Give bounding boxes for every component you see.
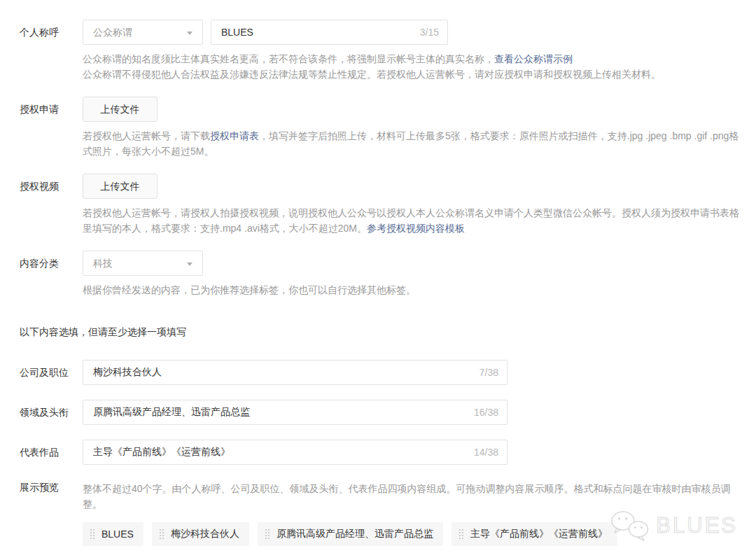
drag-handle-icon[interactable] (90, 529, 95, 540)
wechat-logo-icon (608, 510, 652, 542)
view-title-examples-link[interactable]: 查看公众称谓示例 (494, 53, 573, 64)
public-title-char-counter: 3/15 (420, 20, 439, 45)
drag-handle-icon[interactable] (265, 529, 270, 540)
content-category-select-value: 科技 (93, 258, 113, 269)
company-input[interactable] (83, 360, 507, 385)
company-char-counter: 7/38 (479, 360, 498, 385)
preview-tag[interactable]: 主导《产品前线》《运营前线》 (451, 522, 617, 546)
personal-title-help: 公众称谓的知名度须比主体真实姓名更高，若不符合该条件，将强制显示帐号主体的真实名… (83, 51, 741, 82)
preview-tag[interactable]: 原腾讯高级产品经理、迅雷产品总监 (258, 522, 443, 546)
public-title-input-wrap: 3/15 (211, 20, 448, 45)
row-auth-video: 授权视频 上传文件 若授权他人运营帐号，请授权人拍摄授权视频，说明授权他人公众号… (20, 174, 756, 236)
account-settings-form: 个人称呼 公众称谓 3/15 公众称谓的知名度须比主体真实姓名更高，若不符合该条… (0, 0, 756, 553)
auth-application-label: 授权申请 (20, 97, 83, 122)
row-auth-application: 授权申请 上传文件 若授权他人运营帐号，请下载授权申请表，填写并签字后拍照上传，… (20, 97, 756, 159)
row-content-category: 内容分类 科技 根据你曾经发送的内容，已为你推荐选择标签，你也可以自行选择其他标… (20, 251, 756, 298)
company-input-wrap: 7/38 (83, 360, 507, 385)
help-text: 若授权他人运营帐号，请下载 (83, 130, 210, 141)
auth-application-form-link[interactable]: 授权申请表 (210, 130, 259, 141)
public-title-select-value: 公众称谓 (93, 27, 132, 38)
drag-handle-icon[interactable] (159, 529, 164, 540)
personal-title-help-line1: 公众称谓的知名度须比主体真实姓名更高，若不符合该条件，将强制显示帐号主体的真实名… (83, 51, 741, 66)
personal-title-label: 个人称呼 (20, 20, 83, 45)
preview-tag-label: 梅沙科技合伙人 (171, 528, 239, 540)
content-category-help: 根据你曾经发送的内容，已为你推荐选择标签，你也可以自行选择其他标签。 (83, 282, 741, 298)
blues-watermark: BLUES (608, 510, 738, 542)
row-title-field: 领域及头衔 16/38 (20, 400, 756, 425)
company-label: 公司及职位 (20, 360, 83, 385)
content-category-label: 内容分类 (20, 251, 83, 276)
title-field-char-counter: 16/38 (474, 400, 498, 425)
preview-tag[interactable]: 梅沙科技合伙人 (152, 522, 249, 546)
help-text: 公众称谓的知名度须比主体真实姓名更高，若不符合该条件，将强制显示帐号主体的真实名… (83, 53, 494, 64)
title-field-input[interactable] (83, 400, 507, 425)
auth-video-template-link[interactable]: 参考授权视频内容模板 (367, 223, 465, 234)
title-field-label: 领域及头衔 (20, 400, 83, 425)
optional-section-note: 以下内容选填，但请至少选择一项填写 (20, 326, 756, 339)
works-label: 代表作品 (20, 440, 83, 465)
content-category-select[interactable]: 科技 (83, 251, 203, 276)
auth-video-upload-button[interactable]: 上传文件 (83, 174, 158, 199)
watermark-text: BLUES (656, 513, 738, 538)
preview-description: 整体不超过40个字。由个人称呼、公司及职位、领域及头衔、代表作品四项内容组成。可… (83, 479, 741, 512)
preview-tag-label: BLUES (102, 528, 134, 540)
row-personal-title: 个人称呼 公众称谓 3/15 公众称谓的知名度须比主体真实姓名更高，若不符合该条… (20, 20, 756, 82)
drag-handle-icon[interactable] (458, 529, 464, 540)
preview-label: 展示预览 (20, 479, 83, 495)
works-char-counter: 14/38 (474, 440, 498, 465)
chevron-down-icon (187, 31, 192, 35)
works-input[interactable] (83, 440, 507, 465)
row-works: 代表作品 14/38 (20, 440, 756, 465)
preview-tag[interactable]: BLUES (83, 522, 144, 546)
row-company: 公司及职位 7/38 (20, 360, 756, 385)
auth-application-help: 若授权他人运营帐号，请下载授权申请表，填写并签字后拍照上传，材料可上传最多5张，… (83, 128, 741, 159)
auth-video-help: 若授权他人运营帐号，请授权人拍摄授权视频，说明授权他人公众号以授权人本人公众称谓… (83, 205, 741, 236)
preview-tag-label: 主导《产品前线》《运营前线》 (470, 528, 608, 540)
personal-title-help-line2: 公众称谓不得侵犯他人合法权益及涉嫌违反法律法规等禁止性规定。若授权他人运营帐号，… (83, 66, 741, 82)
title-field-input-wrap: 16/38 (83, 400, 507, 425)
public-title-select[interactable]: 公众称谓 (83, 20, 203, 45)
works-input-wrap: 14/38 (83, 440, 507, 465)
auth-application-upload-button[interactable]: 上传文件 (83, 97, 158, 122)
chevron-down-icon (187, 262, 192, 266)
preview-tag-label: 原腾讯高级产品经理、迅雷产品总监 (276, 528, 433, 540)
public-title-input[interactable] (211, 20, 448, 45)
auth-video-label: 授权视频 (20, 174, 83, 199)
